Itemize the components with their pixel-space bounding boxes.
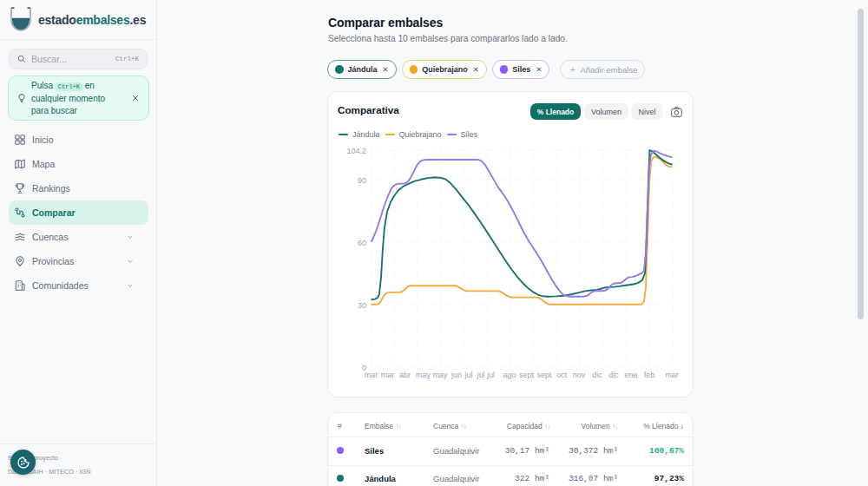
svg-text:jul: jul <box>476 371 484 379</box>
svg-text:oct: oct <box>556 371 568 379</box>
svg-text:dic: dic <box>608 371 619 379</box>
svg-text:90: 90 <box>358 176 366 185</box>
svg-text:mar: mar <box>665 371 679 379</box>
svg-text:may: may <box>416 371 431 379</box>
svg-text:60: 60 <box>358 239 366 247</box>
svg-text:mar: mar <box>365 371 378 379</box>
svg-text:104.2: 104.2 <box>346 147 366 155</box>
svg-text:jul: jul <box>464 371 472 379</box>
svg-text:mar: mar <box>381 371 395 379</box>
svg-text:ene: ene <box>624 371 637 379</box>
svg-text:feb: feb <box>644 371 655 379</box>
svg-text:jul: jul <box>486 371 495 379</box>
svg-text:ago: ago <box>503 371 516 379</box>
svg-text:sept: sept <box>536 371 552 379</box>
svg-text:jun: jun <box>450 371 462 379</box>
svg-text:30: 30 <box>358 301 366 310</box>
svg-text:dic: dic <box>592 371 602 379</box>
svg-text:abr: abr <box>399 371 411 379</box>
svg-text:sept: sept <box>519 371 535 379</box>
svg-text:may: may <box>432 371 448 379</box>
svg-text:nov: nov <box>573 371 586 379</box>
